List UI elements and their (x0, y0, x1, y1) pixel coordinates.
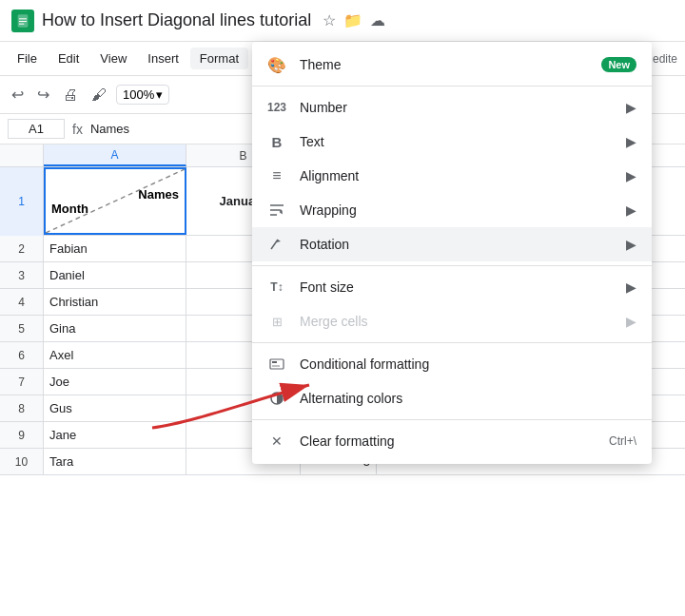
row-num-1[interactable]: 1 (0, 167, 44, 236)
svg-marker-5 (276, 240, 281, 242)
menu-view[interactable]: View (90, 48, 136, 69)
menu-format[interactable]: Format (190, 48, 248, 69)
row-num[interactable]: 3 (0, 262, 44, 288)
menu-edit[interactable]: Edit (49, 48, 88, 69)
text-arrow-icon: ▶ (626, 134, 636, 149)
number-label: Number (300, 100, 613, 115)
number-icon: 123 (267, 101, 286, 114)
cell-reference-input[interactable] (8, 119, 65, 139)
header-cell-a1[interactable]: Names Month (44, 167, 186, 235)
menu-item-clear-formatting[interactable]: ✕ Clear formatting Ctrl+\ (252, 424, 652, 458)
alignment-icon: ≡ (267, 167, 286, 184)
rotation-label: Rotation (300, 237, 613, 252)
text-icon: B (267, 134, 286, 150)
cell-a[interactable]: Tara (44, 449, 186, 474)
menu-item-text[interactable]: B Text ▶ (252, 125, 652, 159)
row-num[interactable]: 6 (0, 342, 44, 368)
menu-item-alignment[interactable]: ≡ Alignment ▶ (252, 159, 652, 193)
fx-icon: fx (72, 122, 83, 137)
merge-cells-label: Merge cells (300, 314, 613, 329)
menu-item-rotation[interactable]: Rotation ▶ (252, 227, 652, 261)
menu-item-font-size[interactable]: T↕ Font size ▶ (252, 270, 652, 304)
alternating-colors-label: Alternating colors (300, 391, 636, 406)
menu-divider-2 (252, 265, 652, 266)
cell-a[interactable]: Daniel (44, 262, 186, 288)
title-icons: ☆ 📁 ☁ (323, 11, 385, 29)
zoom-value: 100% (123, 87, 154, 102)
alignment-label: Alignment (300, 168, 613, 183)
month-label: Month (46, 202, 88, 220)
svg-rect-3 (19, 23, 24, 24)
svg-rect-1 (19, 18, 27, 19)
text-label: Text (300, 134, 613, 149)
wrapping-arrow-icon: ▶ (626, 202, 636, 218)
row-num[interactable]: 8 (0, 395, 44, 421)
alignment-arrow-icon: ▶ (626, 168, 636, 183)
row-num[interactable]: 7 (0, 369, 44, 395)
format-dropdown-menu[interactable]: 🎨 Theme New 123 Number ▶ B Text ▶ ≡ Alig… (252, 42, 652, 464)
wrapping-icon (267, 202, 286, 219)
cell-a[interactable]: Fabian (44, 236, 186, 261)
menu-item-number[interactable]: 123 Number ▶ (252, 90, 652, 125)
menu-file[interactable]: File (8, 48, 47, 69)
row-num[interactable]: 5 (0, 316, 44, 341)
cell-a[interactable]: Gus (44, 395, 186, 421)
menu-item-theme[interactable]: 🎨 Theme New (252, 48, 652, 82)
conditional-formatting-icon (267, 356, 286, 373)
menu-divider-3 (252, 342, 652, 343)
menu-item-conditional-formatting[interactable]: Conditional formatting (252, 347, 652, 381)
theme-label: Theme (300, 57, 588, 72)
clear-formatting-shortcut: Ctrl+\ (609, 434, 636, 448)
rotation-icon (267, 236, 286, 253)
cell-a[interactable]: Axel (44, 342, 186, 368)
number-arrow-icon: ▶ (626, 100, 636, 115)
star-icon[interactable]: ☆ (323, 11, 336, 29)
rotation-arrow-icon: ▶ (626, 237, 636, 252)
menu-divider-1 (252, 86, 652, 87)
svg-rect-2 (19, 21, 27, 22)
cell-a[interactable]: Gina (44, 316, 186, 341)
font-size-arrow-icon: ▶ (626, 279, 636, 295)
folder-icon[interactable]: 📁 (343, 11, 362, 29)
wrapping-label: Wrapping (300, 202, 613, 218)
merge-cells-icon: ⊞ (267, 315, 286, 329)
title-bar: How to Insert Diagonal lines tutorial ☆ … (0, 0, 685, 42)
undo-button[interactable]: ↩ (8, 82, 28, 107)
zoom-select[interactable]: 100% ▾ (116, 85, 169, 105)
row-num[interactable]: 4 (0, 289, 44, 315)
print-button[interactable]: 🖨 (59, 83, 82, 107)
row-num[interactable]: 10 (0, 449, 44, 474)
select-all-corner[interactable] (0, 144, 44, 166)
sheets-logo (11, 10, 34, 32)
menu-item-wrapping[interactable]: Wrapping ▶ (252, 193, 652, 227)
names-label: Names (138, 183, 185, 202)
row-num[interactable]: 9 (0, 422, 44, 448)
menu-insert[interactable]: Insert (138, 48, 188, 69)
conditional-formatting-label: Conditional formatting (300, 356, 636, 372)
document-title: How to Insert Diagonal lines tutorial (42, 10, 311, 30)
theme-icon: 🎨 (267, 56, 286, 74)
menu-item-merge-cells: ⊞ Merge cells ▶ (252, 304, 652, 338)
col-header-a[interactable]: A (44, 144, 186, 166)
paint-format-button[interactable]: 🖌 (88, 83, 110, 107)
cell-a[interactable]: Jane (44, 422, 186, 448)
clear-formatting-icon: ✕ (267, 433, 286, 449)
font-size-label: Font size (300, 279, 613, 295)
cell-a[interactable]: Joe (44, 369, 186, 395)
svg-rect-8 (272, 365, 280, 367)
clear-formatting-label: Clear formatting (300, 433, 596, 449)
zoom-chevron-icon: ▾ (156, 87, 163, 102)
alternating-colors-icon (267, 390, 286, 407)
new-badge: New (601, 57, 636, 72)
cell-a[interactable]: Christian (44, 289, 186, 315)
svg-rect-7 (272, 361, 277, 363)
redo-button[interactable]: ↪ (33, 82, 53, 107)
font-size-icon: T↕ (267, 280, 286, 294)
cloud-icon[interactable]: ☁ (370, 11, 385, 29)
row-num[interactable]: 2 (0, 236, 44, 261)
menu-divider-4 (252, 419, 652, 420)
menu-item-alternating-colors[interactable]: Alternating colors (252, 381, 652, 415)
merge-cells-arrow-icon: ▶ (626, 314, 636, 329)
